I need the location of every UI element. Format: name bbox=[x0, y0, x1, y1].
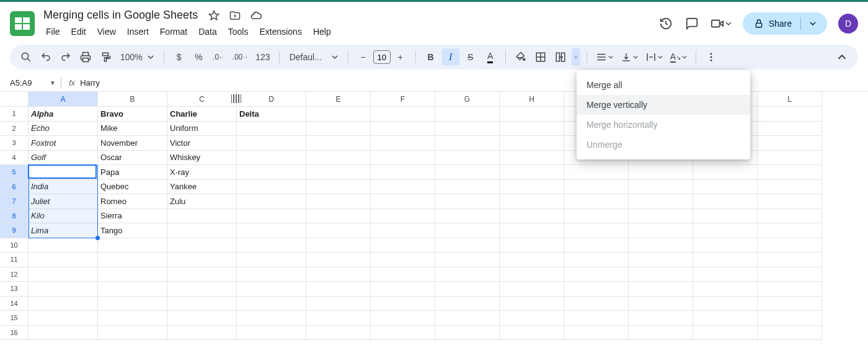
cell-G13[interactable] bbox=[435, 282, 500, 297]
cell-G16[interactable] bbox=[435, 326, 500, 341]
cell-C9[interactable] bbox=[167, 223, 237, 238]
cell-J15[interactable] bbox=[629, 311, 693, 326]
col-header-G[interactable]: G bbox=[435, 92, 500, 107]
menu-insert[interactable]: Insert bbox=[122, 24, 154, 39]
name-box[interactable]: A5:A9 ▼ bbox=[5, 77, 61, 89]
cell-D15[interactable] bbox=[237, 311, 306, 326]
cell-A14[interactable] bbox=[29, 297, 98, 311]
cell-A10[interactable] bbox=[29, 238, 98, 253]
cell-H1[interactable] bbox=[500, 107, 564, 122]
menu-edit[interactable]: Edit bbox=[66, 24, 91, 39]
fill-color-button[interactable] bbox=[512, 48, 529, 66]
share-button[interactable]: Share bbox=[743, 12, 827, 35]
cell-L2[interactable] bbox=[758, 122, 822, 137]
cell-H7[interactable] bbox=[500, 194, 564, 209]
cell-L12[interactable] bbox=[758, 267, 822, 282]
cell-B2[interactable]: Mike bbox=[98, 122, 167, 137]
merge-cells-dropdown[interactable] bbox=[572, 48, 580, 66]
cell-H15[interactable] bbox=[500, 311, 564, 326]
cell-F3[interactable] bbox=[371, 136, 435, 151]
cell-B3[interactable]: November bbox=[98, 136, 167, 151]
cell-C10[interactable] bbox=[167, 238, 237, 253]
cell-A5[interactable]: Harry bbox=[29, 165, 98, 180]
cell-D7[interactable] bbox=[237, 194, 306, 209]
cell-C16[interactable] bbox=[167, 326, 237, 341]
row-header-15[interactable]: 15 bbox=[0, 311, 29, 326]
history-icon[interactable] bbox=[658, 16, 673, 31]
cell-C13[interactable] bbox=[167, 282, 237, 297]
cell-F14[interactable] bbox=[371, 297, 435, 311]
row-header-8[interactable]: 8 bbox=[0, 209, 29, 224]
paint-format-icon[interactable] bbox=[97, 48, 114, 66]
cell-F16[interactable] bbox=[371, 326, 435, 341]
cell-B11[interactable] bbox=[98, 253, 167, 267]
cell-A4[interactable]: Golf bbox=[29, 151, 98, 166]
cell-G8[interactable] bbox=[435, 209, 500, 224]
cell-C4[interactable]: Whiskey bbox=[167, 151, 237, 166]
cell-I7[interactable] bbox=[564, 194, 629, 209]
cell-I9[interactable] bbox=[564, 223, 629, 238]
cell-D2[interactable] bbox=[237, 122, 306, 137]
cell-L1[interactable] bbox=[758, 107, 822, 122]
decrease-font-size[interactable]: − bbox=[355, 48, 372, 66]
cell-K6[interactable] bbox=[693, 180, 758, 195]
col-header-D[interactable]: D bbox=[237, 92, 306, 107]
row-header-16[interactable]: 16 bbox=[0, 326, 29, 341]
cell-E14[interactable] bbox=[306, 297, 371, 311]
collapse-toolbar-icon[interactable] bbox=[833, 48, 851, 66]
cell-L9[interactable] bbox=[758, 223, 822, 238]
menu-help[interactable]: Help bbox=[308, 24, 336, 39]
cell-I5[interactable] bbox=[564, 165, 629, 180]
cell-C6[interactable]: Yankee bbox=[167, 180, 237, 195]
cell-B13[interactable] bbox=[98, 282, 167, 297]
row-header-12[interactable]: 12 bbox=[0, 267, 29, 282]
cell-D5[interactable] bbox=[237, 165, 306, 180]
cell-I13[interactable] bbox=[564, 282, 629, 297]
merge-menu-merge-all[interactable]: Merge all bbox=[577, 75, 750, 95]
number-format[interactable]: 123 bbox=[253, 48, 272, 66]
cell-G2[interactable] bbox=[435, 122, 500, 137]
cell-C2[interactable]: Uniform bbox=[167, 122, 237, 137]
cell-G1[interactable] bbox=[435, 107, 500, 122]
cell-L5[interactable] bbox=[758, 165, 822, 180]
cell-A3[interactable]: Foxtrot bbox=[29, 136, 98, 151]
row-header-5[interactable]: 5 bbox=[0, 165, 29, 180]
cell-B1[interactable]: Bravo bbox=[98, 107, 167, 122]
cell-D10[interactable] bbox=[237, 238, 306, 253]
strikethrough-button[interactable]: S bbox=[462, 48, 479, 66]
cell-C7[interactable]: Zulu bbox=[167, 194, 237, 209]
cell-E10[interactable] bbox=[306, 238, 371, 253]
cell-G3[interactable] bbox=[435, 136, 500, 151]
print-icon[interactable] bbox=[77, 48, 94, 66]
cell-A12[interactable] bbox=[29, 267, 98, 282]
cell-H3[interactable] bbox=[500, 136, 564, 151]
cell-E13[interactable] bbox=[306, 282, 371, 297]
menu-format[interactable]: Format bbox=[155, 24, 192, 39]
cell-L7[interactable] bbox=[758, 194, 822, 209]
cell-K15[interactable] bbox=[693, 311, 758, 326]
increase-decimal[interactable]: .00→ bbox=[230, 48, 251, 66]
cell-H11[interactable] bbox=[500, 253, 564, 267]
cell-A11[interactable] bbox=[29, 253, 98, 267]
cell-H14[interactable] bbox=[500, 297, 564, 311]
col-header-L[interactable]: L bbox=[758, 92, 822, 107]
cell-F12[interactable] bbox=[371, 267, 435, 282]
cell-L10[interactable] bbox=[758, 238, 822, 253]
comment-icon[interactable] bbox=[684, 16, 699, 31]
cell-K5[interactable] bbox=[693, 165, 758, 180]
more-icon[interactable] bbox=[702, 48, 720, 66]
cell-E5[interactable] bbox=[306, 165, 371, 180]
redo-icon[interactable] bbox=[57, 48, 74, 66]
col-header-F[interactable]: F bbox=[371, 92, 435, 107]
row-header-10[interactable]: 10 bbox=[0, 238, 29, 253]
cell-E3[interactable] bbox=[306, 136, 371, 151]
cell-E15[interactable] bbox=[306, 311, 371, 326]
zoom-select[interactable]: 100% bbox=[117, 48, 157, 66]
cell-E12[interactable] bbox=[306, 267, 371, 282]
cell-L16[interactable] bbox=[758, 326, 822, 341]
cell-D11[interactable] bbox=[237, 253, 306, 267]
cell-K10[interactable] bbox=[693, 238, 758, 253]
cell-B5[interactable]: Papa bbox=[98, 165, 167, 180]
cell-F13[interactable] bbox=[371, 282, 435, 297]
col-header-C[interactable]: C bbox=[167, 92, 237, 107]
